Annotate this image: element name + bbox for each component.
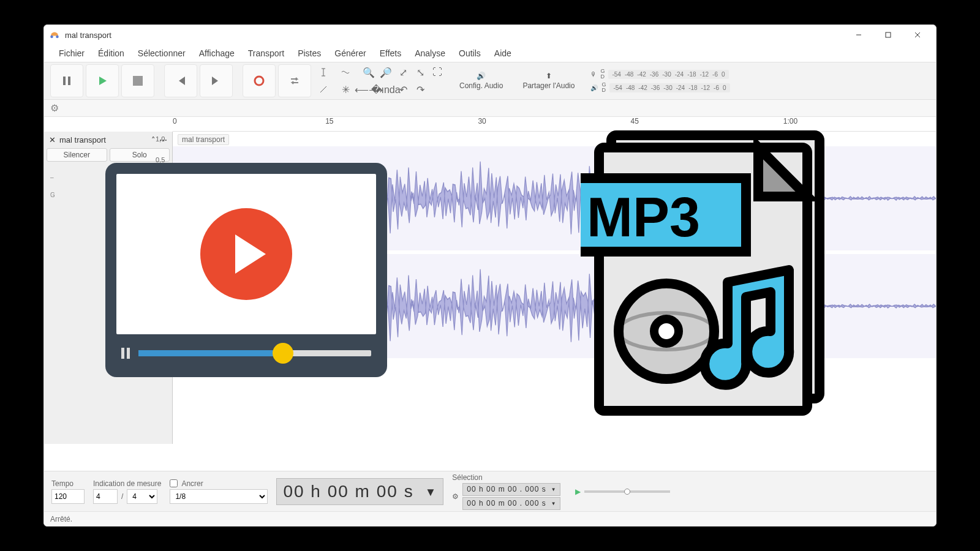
mic-icon[interactable]: 🎙 (590, 71, 597, 78)
clip-label[interactable]: mal transport (178, 134, 229, 145)
timeline-options-row: ⚙ (44, 100, 936, 117)
mute-button[interactable]: Silencer (47, 148, 107, 162)
ruler-tick: 45 (631, 117, 639, 126)
svg-point-0 (50, 36, 53, 39)
transport-time-display[interactable]: 00 h 00 m 00 s ▾ (276, 478, 443, 505)
svg-point-6 (255, 77, 263, 85)
amp-scale: 1,0 (156, 135, 165, 143)
overlay-mp3-graphic: MP3 (581, 129, 862, 417)
level-meters: 🎙 G D -54-48-42-36-30-24-18-12-60 🔊 G D … (590, 69, 729, 93)
anchor-checkbox[interactable] (170, 479, 178, 487)
zoom-fit-icon[interactable]: ⤡ (413, 65, 428, 80)
play-at-speed-icon[interactable]: ▶ (575, 487, 581, 496)
tempo-label: Tempo (51, 479, 85, 488)
share-audio-button[interactable]: ⬆ Partager l'Audio (514, 67, 583, 95)
record-button[interactable] (243, 64, 276, 97)
gear-icon[interactable]: ⚙ (50, 102, 59, 114)
svg-point-11 (654, 319, 679, 343)
tool-envelope-icon[interactable] (338, 65, 353, 80)
ruler-tick: 30 (478, 117, 486, 126)
app-logo-icon (49, 29, 60, 40)
titlebar: mal transport (44, 25, 936, 45)
speaker-icon: 🔊 (477, 72, 486, 80)
menu-affichage[interactable]: Affichage (193, 46, 241, 61)
menu-pistes[interactable]: Pistes (292, 46, 327, 61)
audio-config-label: Config. Audio (459, 81, 503, 90)
play-button[interactable] (86, 64, 119, 97)
track-collapse-icon[interactable]: ˄ (151, 135, 156, 144)
selection-label: Sélection (452, 473, 560, 482)
overlay-video-player-graphic (105, 163, 387, 377)
stop-button[interactable] (121, 64, 154, 97)
menu-fichier[interactable]: Fichier (53, 46, 91, 61)
menu-effets[interactable]: Effets (374, 46, 408, 61)
ruler-tick: 1:00 (783, 117, 797, 126)
upload-icon: ⬆ (546, 72, 552, 80)
status-text: Arrêté. (50, 515, 72, 523)
menubar: Fichier Édition Sélectionner Affichage T… (44, 45, 936, 62)
window-title: mal transport (65, 31, 845, 40)
play-ch-d: D (601, 88, 606, 93)
zoom-tool-grid: 🔍 🔎 ⤢ ⤡ ⛶ ⟵⟶ �ında ↶ ↷ (361, 65, 445, 97)
svg-rect-3 (63, 77, 66, 85)
zoom-in-icon[interactable]: 🔍 (361, 65, 376, 80)
ruler-tick: 0 (173, 117, 177, 126)
menu-transport[interactable]: Transport (242, 46, 290, 61)
svg-rect-4 (68, 77, 70, 85)
play-meter-scale[interactable]: -54-48-42-36-30-24-18-12-60 (609, 83, 729, 92)
overlay-play-icon (200, 208, 292, 300)
pause-button[interactable] (50, 64, 83, 97)
redo-icon[interactable]: ↷ (413, 82, 428, 97)
tempo-input[interactable] (51, 489, 85, 504)
sig-denominator-select[interactable]: 4 (127, 489, 157, 504)
menu-generer[interactable]: Générer (328, 46, 372, 61)
close-button[interactable] (904, 26, 931, 43)
skip-end-button[interactable] (200, 64, 233, 97)
menu-outils[interactable]: Outils (453, 46, 487, 61)
snap-select[interactable]: 1/8 (170, 489, 268, 504)
toolbar: ✳ 🔍 🔎 ⤢ ⤡ ⛶ ⟵⟶ �ında ↶ ↷ 🔊 Config. Audio… (44, 62, 936, 100)
tool-multi-icon[interactable]: ✳ (338, 82, 353, 97)
skip-start-button[interactable] (164, 64, 197, 97)
track-name[interactable]: mal transport (59, 135, 148, 144)
overlay-mp3-label: MP3 (587, 187, 700, 248)
selection-start-input[interactable]: 00 h 00 m 00 . 000 s ▾ (462, 483, 560, 496)
svg-rect-2 (886, 32, 891, 37)
audio-config-button[interactable]: 🔊 Config. Audio (451, 67, 511, 95)
rec-meter-scale[interactable]: -54-48-42-36-30-24-18-12-60 (608, 70, 728, 79)
gear-icon[interactable]: ⚙ (452, 492, 459, 501)
loop-button[interactable] (278, 64, 311, 97)
silence-icon[interactable]: �ında (379, 82, 393, 97)
ruler-tick: 15 (325, 117, 333, 126)
zoom-toggle-icon[interactable]: ⛶ (430, 65, 445, 80)
menu-aide[interactable]: Aide (488, 46, 518, 61)
minimize-button[interactable] (845, 26, 872, 43)
time-signature-label: Indication de mesure (93, 479, 161, 488)
maximize-button[interactable] (875, 26, 902, 43)
zoom-fit-sel-icon[interactable]: ⤢ (396, 65, 410, 80)
rec-ch-d: D (600, 74, 605, 80)
playback-speed-slider[interactable] (584, 490, 670, 493)
menu-selectionner[interactable]: Sélectionner (132, 46, 192, 61)
sig-numerator-input[interactable] (93, 489, 118, 504)
selection-end-input[interactable]: 00 h 00 m 00 . 000 s ▾ (462, 497, 560, 510)
bottom-bar: Tempo Indication de mesure / 4 Ancrer 1/… (44, 471, 936, 511)
undo-icon[interactable]: ↶ (396, 82, 410, 97)
app-window: mal transport Fichier Édition Sélectionn… (43, 24, 937, 527)
zoom-out-icon[interactable]: 🔎 (379, 65, 393, 80)
overlay-progress-slider (138, 350, 371, 356)
status-bar: Arrêté. (44, 511, 936, 526)
speaker-meter-icon[interactable]: 🔊 (590, 84, 598, 91)
overlay-pause-icon (121, 348, 130, 359)
tool-draw-icon[interactable] (316, 82, 331, 97)
share-audio-label: Partager l'Audio (522, 81, 575, 90)
track-close-icon[interactable]: ✕ (49, 135, 56, 144)
anchor-label: Ancrer (181, 479, 203, 488)
svg-point-1 (56, 36, 59, 39)
menu-edition[interactable]: Édition (92, 46, 130, 61)
tool-selection-icon[interactable] (316, 65, 331, 80)
svg-rect-5 (133, 76, 143, 86)
menu-analyse[interactable]: Analyse (409, 46, 451, 61)
